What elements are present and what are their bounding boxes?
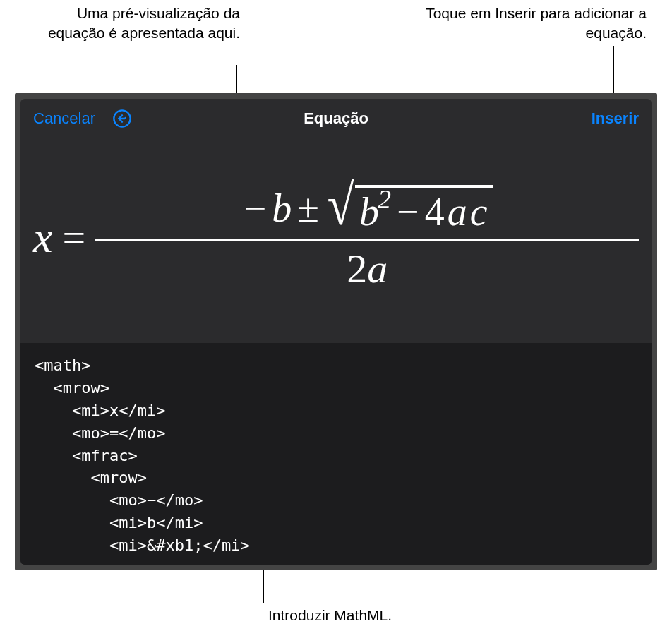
code-line: <mi>&#xb1;</mi> [35, 536, 250, 554]
eq-sqrt-content: b 2 − 4 a c [355, 185, 493, 234]
cancel-button[interactable]: Cancelar [33, 109, 95, 128]
callout-insert: Toque em Inserir para adicionar a equaçã… [421, 4, 647, 44]
equation-dialog: Cancelar Equação Inserir x = − [20, 99, 652, 565]
equation-preview: x = − b ± √ b 2 − 4 [20, 138, 652, 343]
eq-numerator: − b ± √ b 2 − 4 a c [95, 182, 639, 239]
eq-b: b [272, 186, 292, 231]
mathml-code-input[interactable]: <math> <mrow> <mi>x</mi> <mo>=</mo> <mfr… [20, 343, 652, 565]
eq-c: c [470, 189, 488, 234]
undo-button[interactable] [112, 109, 132, 128]
sqrt-radical-icon: √ [327, 182, 354, 234]
eq-equals: = [63, 214, 86, 261]
callout-preview: Uma pré-visualização da equação é aprese… [35, 4, 240, 44]
code-line: <mo>=</mo> [35, 424, 165, 442]
code-line: <mi>x</mi> [35, 402, 165, 419]
eq-b-squared-base: b [359, 189, 379, 234]
undo-icon [112, 109, 132, 128]
dialog-toolbar: Cancelar Equação Inserir [20, 99, 652, 138]
code-line: <mo>−</mo> [35, 491, 203, 509]
code-line: <mrow> [35, 469, 147, 486]
eq-fraction: − b ± √ b 2 − 4 a c [95, 182, 639, 292]
dialog-title: Equação [304, 109, 368, 128]
code-line: <math> [35, 356, 90, 374]
eq-sqrt-minus: − [394, 189, 422, 234]
insert-button[interactable]: Inserir [592, 109, 639, 128]
code-line: <mi>b</mi> [35, 514, 203, 531]
eq-plusminus: ± [294, 186, 322, 231]
eq-denominator: 2a [347, 241, 388, 292]
rendered-equation: x = − b ± √ b 2 − 4 [33, 182, 639, 292]
eq-b-squared-exp: 2 [378, 184, 391, 215]
code-line: <mrow> [35, 379, 109, 397]
eq-minus: − [241, 186, 270, 231]
eq-a: a [448, 189, 467, 234]
eq-sqrt: √ b 2 − 4 a c [325, 182, 493, 234]
callout-mathml: Introduzir MathML. [268, 606, 480, 625]
eq-variable-x: x [33, 212, 53, 263]
code-line: <mfrac> [35, 447, 138, 464]
eq-denom-a: a [367, 246, 388, 292]
eq-two: 2 [347, 246, 367, 292]
app-backdrop: Cancelar Equação Inserir x = − [15, 93, 657, 570]
eq-four: 4 [425, 189, 445, 234]
